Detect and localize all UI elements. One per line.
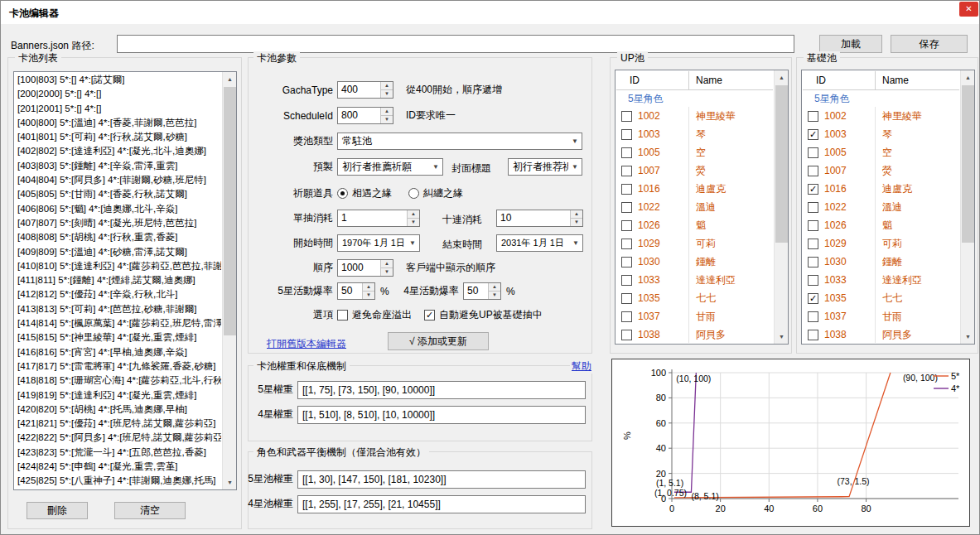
add-update-button[interactable]: √ 添加或更新 [388,332,489,350]
table-row[interactable]: 1033達達利亞 [803,271,959,289]
row-checkbox[interactable] [808,275,818,286]
column-name[interactable]: Name [876,71,959,89]
p5-input[interactable]: [[1, 30], [147, 150], [181, 10230]] [297,470,586,489]
row-checkbox[interactable] [621,275,632,286]
spin-up-icon[interactable]: ▲ [381,108,393,116]
spin-up-icon[interactable]: ▲ [408,210,419,219]
auto-avoid-up-checkbox[interactable]: ✓ 自動避免UP被基礎抽中 [424,306,543,324]
chevron-down-icon[interactable]: ▼ [406,239,419,247]
spin-up-icon[interactable]: ▲ [571,210,582,219]
start-time-picker[interactable]: 1970年 1月 1日 ▼ [337,234,420,252]
table-row[interactable]: ✓1035七七 [803,289,959,307]
list-item[interactable]: [414|814] 5*:[楓原萬葉] 4*:[蘿莎莉亞,班尼特,雷澤] [15,316,221,330]
scroll-up-icon[interactable]: ▲ [775,70,789,84]
up-pool-scrollbar[interactable]: ▲ ▼ [774,70,788,344]
rate5-value[interactable]: 50 [338,283,362,299]
scheduleid-spinner[interactable]: 800 ▲▼ [337,107,393,124]
table-row[interactable]: 1026魈 [616,216,773,234]
spin-down-icon[interactable]: ▼ [408,219,419,226]
spin-down-icon[interactable]: ▼ [381,116,393,123]
scroll-thumb[interactable] [962,85,974,243]
table-row[interactable]: ✓1016迪盧克 [803,180,959,198]
table-row[interactable]: 1038阿貝多 [616,325,773,343]
table-row[interactable]: 1005空 [616,143,773,161]
ten-cost-value[interactable]: 10 [497,210,570,226]
table-row[interactable]: 1005空 [803,143,959,161]
row-checkbox[interactable]: ✓ [808,129,818,140]
row-checkbox[interactable] [621,147,632,158]
checkbox-icon[interactable]: ✓ [424,310,435,321]
single-cost-spinner[interactable]: 1 ▲▼ [337,210,420,227]
pool-type-select[interactable]: 常駐池 ▼ [337,133,582,150]
spin-up-icon[interactable]: ▲ [489,283,500,292]
list-item[interactable]: [423|823] 5*:[荒瀧一斗] 4*:[五郎,芭芭拉,香菱] [15,446,221,460]
chevron-down-icon[interactable]: ▼ [568,137,582,145]
row-checkbox[interactable] [621,129,632,140]
list-item[interactable]: [403|803] 5*:[鍾離] 4*:[辛焱,雷澤,重雲] [15,159,221,173]
table-row[interactable]: 1003琴 [616,125,773,143]
table-row[interactable]: 1007熒 [803,161,959,180]
legacy-editor-link[interactable]: 打開舊版本編輯器 [267,337,346,351]
table-row[interactable]: 1026魈 [803,216,959,234]
row-checkbox[interactable] [808,111,818,122]
table-row[interactable]: 1002神里綾華 [803,107,959,125]
pool-listbox[interactable]: [100|803] 5*:[] 4*:[諾艾爾][200|2000] 5*:[]… [13,71,237,490]
table-row[interactable]: 1030鍾離 [616,253,773,271]
list-item[interactable]: [412|812] 5*:[優菈] 4*:[辛焱,行秋,北斗] [15,287,221,301]
list-item[interactable]: [410|810] 5*:[達達利亞] 4*:[蘿莎莉亞,芭芭拉,菲謝爾] [15,259,221,273]
rate5-spinner[interactable]: 50 ▲▼ [337,282,375,300]
table-row[interactable]: 1022溫迪 [616,198,773,216]
close-icon[interactable]: ✕ [959,2,978,17]
list-item[interactable]: [404|804] 5*:[阿貝多] 4*:[菲謝爾,砂糖,班尼特] [15,173,221,187]
table-row[interactable]: 1016迪盧克 [616,180,773,198]
single-cost-value[interactable]: 1 [338,210,407,226]
list-item[interactable]: [418|818] 5*:[珊瑚宮心海] 4*:[蘿莎莉亞,北斗,行秋] [15,374,221,388]
save-button[interactable]: 保存 [891,35,968,53]
list-item[interactable]: [420|820] 5*:[胡桃] 4*:[托馬,迪奧娜,早柚] [15,402,221,417]
spin-up-icon[interactable]: ▲ [363,283,374,292]
row-checkbox[interactable]: ✓ [808,293,818,304]
chevron-down-icon[interactable]: ▼ [568,163,582,171]
list-item[interactable]: [401|801] 5*:[可莉] 4*:[行秋,諾艾爾,砂糖] [15,130,221,144]
rate4-value[interactable]: 50 [464,283,488,299]
row-checkbox[interactable] [808,202,818,213]
table-row[interactable]: 1029可莉 [616,234,773,253]
p4-input[interactable]: [[1, 255], [17, 255], [21, 10455]] [297,495,586,513]
row-checkbox[interactable] [808,166,818,176]
avoid-constellation-checkbox[interactable]: 避免命座溢出 [337,306,412,324]
chevron-down-icon[interactable]: ▼ [429,163,442,171]
list-item[interactable]: [408|808] 5*:[胡桃] 4*:[行秋,重雲,香菱] [15,230,221,244]
list-item[interactable]: [413|813] 5*:[可莉] 4*:[芭芭拉,砂糖,菲謝爾] [15,302,221,316]
spin-up-icon[interactable]: ▲ [381,260,393,268]
list-item[interactable]: [419|819] 5*:[達達利亞] 4*:[凝光,重雲,煙緋] [15,388,221,402]
row-checkbox[interactable] [621,220,632,231]
list-item[interactable]: [201|2001] 5*:[] 4*:[] [15,102,221,116]
gachatype-value[interactable]: 400 [338,82,380,98]
scroll-up-icon[interactable]: ▲ [961,70,975,84]
row-checkbox[interactable] [621,166,632,176]
spin-down-icon[interactable]: ▼ [381,268,393,276]
table-row[interactable]: 1038阿貝多 [803,325,959,343]
row-checkbox[interactable] [808,147,818,158]
list-item[interactable]: [425|825] 5*:[八重神子] 4*:[菲謝爾,迪奧娜,托馬] [15,474,221,488]
spin-down-icon[interactable]: ▼ [489,292,500,299]
radio-icon[interactable] [337,188,348,199]
list-item[interactable]: [407|807] 5*:[刻晴] 4*:[凝光,班尼特,芭芭拉] [15,216,221,230]
list-item[interactable]: [400|800] 5*:[溫迪] 4*:[香菱,菲謝爾,芭芭拉] [15,116,221,130]
row-checkbox[interactable] [808,239,818,249]
w5-input[interactable]: [[1, 75], [73, 150], [90, 10000]] [297,381,586,399]
order-spinner[interactable]: 1000 ▲▼ [337,259,393,277]
rate4-spinner[interactable]: 50 ▲▼ [463,282,501,300]
scheduleid-value[interactable]: 800 [338,108,380,123]
clear-button[interactable]: 清空 [114,502,186,519]
base-pool-scrollbar[interactable]: ▲ ▼ [960,70,974,344]
help-link[interactable]: 幫助 [570,359,593,374]
table-row[interactable]: 1037甘雨 [616,307,773,325]
row-checkbox[interactable] [621,184,632,195]
spin-down-icon[interactable]: ▼ [363,292,374,299]
table-row[interactable]: 1007熒 [616,161,773,180]
spin-down-icon[interactable]: ▼ [381,90,393,98]
list-item[interactable]: [415|815] 5*:[神里綾華] 4*:[凝光,重雲,煙緋] [15,330,221,345]
column-id[interactable]: ID [616,71,689,89]
ten-cost-spinner[interactable]: 10 ▲▼ [496,210,583,227]
